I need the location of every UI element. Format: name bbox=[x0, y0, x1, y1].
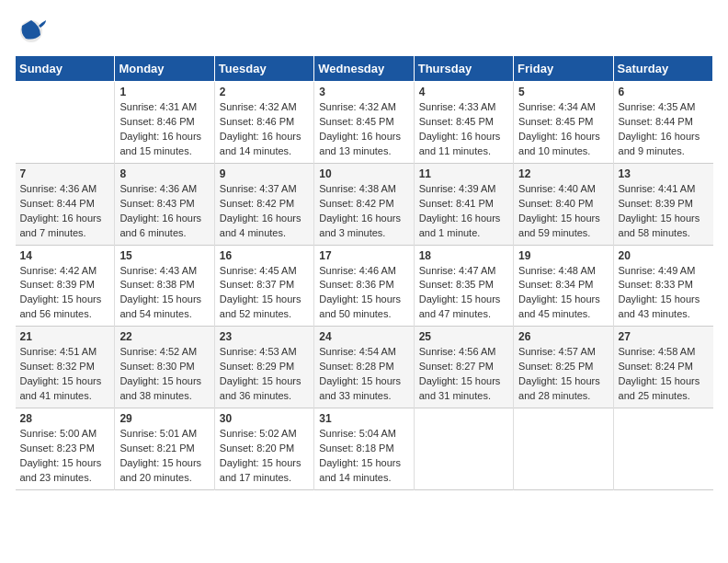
day-content: Sunrise: 4:36 AM Sunset: 8:44 PM Dayligh… bbox=[20, 182, 110, 241]
day-number: 5 bbox=[518, 86, 608, 98]
calendar-cell: 7Sunrise: 4:36 AM Sunset: 8:44 PM Daylig… bbox=[16, 163, 115, 245]
day-content: Sunrise: 4:56 AM Sunset: 8:27 PM Dayligh… bbox=[419, 345, 508, 404]
calendar-week-row: 28Sunrise: 5:00 AM Sunset: 8:23 PM Dayli… bbox=[16, 408, 713, 490]
weekday-header-row: SundayMondayTuesdayWednesdayThursdayFrid… bbox=[16, 56, 713, 82]
calendar-week-row: 7Sunrise: 4:36 AM Sunset: 8:44 PM Daylig… bbox=[16, 163, 713, 245]
weekday-header: Monday bbox=[115, 56, 214, 82]
calendar-cell: 12Sunrise: 4:40 AM Sunset: 8:40 PM Dayli… bbox=[514, 163, 613, 245]
calendar-cell: 3Sunrise: 4:32 AM Sunset: 8:45 PM Daylig… bbox=[314, 82, 414, 164]
calendar-cell: 6Sunrise: 4:35 AM Sunset: 8:44 PM Daylig… bbox=[613, 82, 712, 164]
calendar-cell bbox=[414, 408, 513, 490]
day-number: 30 bbox=[220, 412, 309, 425]
day-number: 21 bbox=[20, 330, 110, 343]
calendar-week-row: 14Sunrise: 4:42 AM Sunset: 8:39 PM Dayli… bbox=[16, 245, 713, 327]
day-content: Sunrise: 4:45 AM Sunset: 8:37 PM Dayligh… bbox=[220, 264, 309, 323]
day-number: 4 bbox=[419, 86, 508, 98]
calendar-cell: 17Sunrise: 4:46 AM Sunset: 8:36 PM Dayli… bbox=[314, 245, 414, 327]
calendar-cell: 25Sunrise: 4:56 AM Sunset: 8:27 PM Dayli… bbox=[414, 327, 513, 408]
calendar-cell: 28Sunrise: 5:00 AM Sunset: 8:23 PM Dayli… bbox=[16, 408, 115, 490]
calendar-cell: 5Sunrise: 4:34 AM Sunset: 8:45 PM Daylig… bbox=[514, 82, 613, 164]
day-content: Sunrise: 4:34 AM Sunset: 8:45 PM Dayligh… bbox=[518, 100, 608, 159]
day-number: 15 bbox=[119, 249, 209, 262]
calendar-cell: 31Sunrise: 5:04 AM Sunset: 8:18 PM Dayli… bbox=[314, 408, 414, 490]
day-number: 24 bbox=[319, 330, 408, 343]
day-content: Sunrise: 4:48 AM Sunset: 8:34 PM Dayligh… bbox=[518, 264, 608, 323]
day-content: Sunrise: 5:04 AM Sunset: 8:18 PM Dayligh… bbox=[319, 427, 408, 486]
day-number: 22 bbox=[119, 330, 209, 343]
calendar-cell: 19Sunrise: 4:48 AM Sunset: 8:34 PM Dayli… bbox=[514, 245, 613, 327]
calendar-cell: 20Sunrise: 4:49 AM Sunset: 8:33 PM Dayli… bbox=[613, 245, 712, 327]
weekday-header: Friday bbox=[514, 56, 613, 82]
weekday-header: Saturday bbox=[613, 56, 712, 82]
logo-icon bbox=[15, 15, 48, 48]
weekday-header: Wednesday bbox=[314, 56, 414, 82]
day-number: 9 bbox=[220, 167, 309, 180]
day-number: 12 bbox=[518, 167, 608, 180]
day-content: Sunrise: 5:02 AM Sunset: 8:20 PM Dayligh… bbox=[220, 427, 309, 486]
calendar-cell: 1Sunrise: 4:31 AM Sunset: 8:46 PM Daylig… bbox=[115, 82, 214, 164]
day-number: 23 bbox=[220, 330, 309, 343]
day-number: 14 bbox=[20, 249, 110, 262]
day-content: Sunrise: 4:31 AM Sunset: 8:46 PM Dayligh… bbox=[119, 100, 209, 159]
day-content: Sunrise: 4:58 AM Sunset: 8:24 PM Dayligh… bbox=[619, 345, 709, 404]
day-number: 19 bbox=[518, 249, 608, 262]
day-content: Sunrise: 4:52 AM Sunset: 8:30 PM Dayligh… bbox=[119, 345, 209, 404]
calendar-cell: 26Sunrise: 4:57 AM Sunset: 8:25 PM Dayli… bbox=[514, 327, 613, 408]
day-content: Sunrise: 4:32 AM Sunset: 8:45 PM Dayligh… bbox=[319, 100, 408, 159]
day-content: Sunrise: 4:41 AM Sunset: 8:39 PM Dayligh… bbox=[619, 182, 709, 241]
day-number: 10 bbox=[319, 167, 408, 180]
day-content: Sunrise: 4:43 AM Sunset: 8:38 PM Dayligh… bbox=[119, 264, 209, 323]
calendar-week-row: 1Sunrise: 4:31 AM Sunset: 8:46 PM Daylig… bbox=[16, 82, 713, 164]
logo bbox=[15, 15, 51, 48]
calendar-cell: 21Sunrise: 4:51 AM Sunset: 8:32 PM Dayli… bbox=[16, 327, 115, 408]
calendar-cell: 10Sunrise: 4:38 AM Sunset: 8:42 PM Dayli… bbox=[314, 163, 414, 245]
day-number: 1 bbox=[119, 86, 209, 98]
calendar-cell: 14Sunrise: 4:42 AM Sunset: 8:39 PM Dayli… bbox=[16, 245, 115, 327]
day-content: Sunrise: 5:00 AM Sunset: 8:23 PM Dayligh… bbox=[20, 427, 110, 486]
day-number: 11 bbox=[419, 167, 508, 180]
day-number: 25 bbox=[419, 330, 508, 343]
day-number: 3 bbox=[319, 86, 408, 98]
calendar-cell: 4Sunrise: 4:33 AM Sunset: 8:45 PM Daylig… bbox=[414, 82, 513, 164]
day-number: 8 bbox=[119, 167, 209, 180]
day-number: 17 bbox=[319, 249, 408, 262]
day-content: Sunrise: 4:51 AM Sunset: 8:32 PM Dayligh… bbox=[20, 345, 110, 404]
day-content: Sunrise: 5:01 AM Sunset: 8:21 PM Dayligh… bbox=[119, 427, 209, 486]
day-number: 7 bbox=[20, 167, 110, 180]
day-content: Sunrise: 4:40 AM Sunset: 8:40 PM Dayligh… bbox=[518, 182, 608, 241]
weekday-header: Sunday bbox=[16, 56, 115, 82]
calendar-cell: 30Sunrise: 5:02 AM Sunset: 8:20 PM Dayli… bbox=[214, 408, 313, 490]
calendar-cell: 8Sunrise: 4:36 AM Sunset: 8:43 PM Daylig… bbox=[115, 163, 214, 245]
day-content: Sunrise: 4:38 AM Sunset: 8:42 PM Dayligh… bbox=[319, 182, 408, 241]
day-number: 31 bbox=[319, 412, 408, 425]
calendar-cell: 27Sunrise: 4:58 AM Sunset: 8:24 PM Dayli… bbox=[613, 327, 712, 408]
weekday-header: Tuesday bbox=[214, 56, 313, 82]
day-content: Sunrise: 4:47 AM Sunset: 8:35 PM Dayligh… bbox=[419, 264, 508, 323]
day-number: 2 bbox=[220, 86, 309, 98]
calendar-cell: 18Sunrise: 4:47 AM Sunset: 8:35 PM Dayli… bbox=[414, 245, 513, 327]
day-number: 27 bbox=[619, 330, 709, 343]
day-content: Sunrise: 4:39 AM Sunset: 8:41 PM Dayligh… bbox=[419, 182, 508, 241]
day-number: 29 bbox=[119, 412, 209, 425]
calendar-week-row: 21Sunrise: 4:51 AM Sunset: 8:32 PM Dayli… bbox=[16, 327, 713, 408]
calendar-cell bbox=[16, 82, 115, 164]
day-content: Sunrise: 4:32 AM Sunset: 8:46 PM Dayligh… bbox=[220, 100, 309, 159]
calendar-cell bbox=[514, 408, 613, 490]
day-content: Sunrise: 4:57 AM Sunset: 8:25 PM Dayligh… bbox=[518, 345, 608, 404]
calendar-cell: 2Sunrise: 4:32 AM Sunset: 8:46 PM Daylig… bbox=[214, 82, 313, 164]
day-content: Sunrise: 4:53 AM Sunset: 8:29 PM Dayligh… bbox=[220, 345, 309, 404]
calendar-cell: 13Sunrise: 4:41 AM Sunset: 8:39 PM Dayli… bbox=[613, 163, 712, 245]
calendar-cell: 23Sunrise: 4:53 AM Sunset: 8:29 PM Dayli… bbox=[214, 327, 313, 408]
calendar-cell: 15Sunrise: 4:43 AM Sunset: 8:38 PM Dayli… bbox=[115, 245, 214, 327]
day-content: Sunrise: 4:35 AM Sunset: 8:44 PM Dayligh… bbox=[619, 100, 709, 159]
day-number: 18 bbox=[419, 249, 508, 262]
page-header bbox=[15, 15, 713, 48]
day-content: Sunrise: 4:36 AM Sunset: 8:43 PM Dayligh… bbox=[119, 182, 209, 241]
day-content: Sunrise: 4:46 AM Sunset: 8:36 PM Dayligh… bbox=[319, 264, 408, 323]
calendar-cell bbox=[613, 408, 712, 490]
calendar-cell: 22Sunrise: 4:52 AM Sunset: 8:30 PM Dayli… bbox=[115, 327, 214, 408]
day-number: 20 bbox=[619, 249, 709, 262]
day-content: Sunrise: 4:54 AM Sunset: 8:28 PM Dayligh… bbox=[319, 345, 408, 404]
day-number: 6 bbox=[619, 86, 709, 98]
weekday-header: Thursday bbox=[414, 56, 513, 82]
